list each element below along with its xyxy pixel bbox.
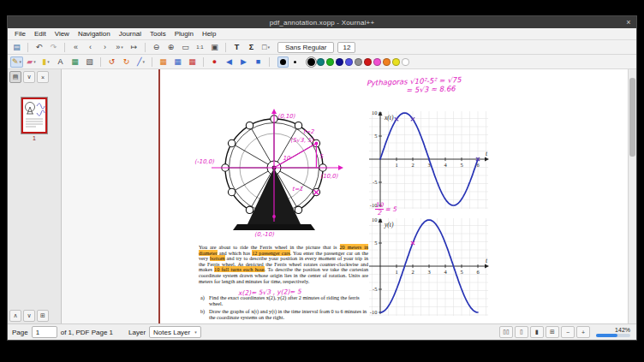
scroll-down-button[interactable]: ∨ [23,310,35,322]
thickness-fine-button[interactable] [289,56,301,68]
color-swatch-000000[interactable] [307,58,315,66]
wheel-label-radius: 10 [283,155,290,162]
scroll-up-button[interactable]: ∧ [9,310,21,322]
save-button[interactable]: ▤ [10,42,23,53]
vertical-scrollbar-thumb[interactable] [629,78,635,157]
svg-text:6: 6 [476,269,480,275]
statusbar-zoom-out-button[interactable]: − [561,326,575,338]
nav-first-page-button[interactable]: « [69,42,82,53]
menu-help[interactable]: Help [198,30,220,38]
image-insert-icon: ▦ [71,58,79,66]
math-tex-button[interactable]: Σ [245,42,258,53]
zoom-slider[interactable] [596,334,630,337]
svg-text:5: 5 [374,240,377,246]
menu-edit[interactable]: Edit [30,30,51,38]
grid-snap-icon: ▦ [159,58,167,66]
svg-text:4: 4 [444,162,447,168]
axis-arrow-right [338,165,343,170]
zoom-100-button[interactable]: 1:1 [194,42,206,53]
duplicate-page-button[interactable]: ⊞ [37,310,49,322]
two-page-view-button[interactable]: ▯▯ [499,326,513,338]
pane-close-button[interactable]: × [37,71,49,83]
pen-tool-button[interactable]: ✎▾ [10,56,23,68]
toolbar-separator [145,43,146,52]
shape-tool-button[interactable]: □▾ [259,42,272,53]
page-number-input[interactable]: 1 [32,326,57,338]
redo-button[interactable]: ↷ [47,42,60,53]
draw-line-button[interactable]: ╱▾ [134,56,147,68]
svg-text:y(t): y(t) [384,221,394,228]
undo-button[interactable]: ↶ [33,42,45,53]
text-insert-icon: A [57,58,63,66]
shape-tool-icon: □ [262,44,266,51]
fullscreen-button[interactable]: ▣ [208,42,221,53]
color-swatch-e8e020[interactable] [392,58,400,66]
zoom-in-button[interactable]: ⊕ [164,42,177,53]
color-swatch-0f7f7f[interactable] [317,58,325,66]
page-thumbnail[interactable] [21,98,47,134]
text-insert-button[interactable]: A [54,56,67,68]
rotation-snap-button[interactable]: ▦ [171,56,184,68]
highlighter-tool-button[interactable]: ▮▾ [39,56,52,68]
image-insert-button[interactable]: ▦ [69,56,81,68]
eraser-tool-button[interactable]: ▰▾ [25,56,38,68]
audio-play-button[interactable]: ▶ [237,56,250,68]
ruler-button[interactable]: ↻ [120,56,133,68]
audio-record-button[interactable]: ● [208,56,221,68]
menu-plugin[interactable]: Plugin [170,30,198,38]
nav-next-page-button[interactable]: › [98,42,111,53]
toolbar-main: ▤↶↷«‹›»▾↦⊖⊕▭1:1▣TΣ□▾ Sans Regular 12 [8,40,636,55]
highlighter-tool-icon: ▮ [42,58,46,66]
two-page-view-icon: ▯▯ [503,329,510,335]
shape-recognizer-button[interactable]: ↺ [105,56,118,68]
grid-snap-button[interactable]: ▦ [157,56,170,68]
drawing-canvas[interactable]: (0,10) (-10,0) (10,0) (0,-10) t=2 (5√3, … [62,69,636,323]
statusbar-zoom-out-icon: − [566,329,569,335]
thickness-medium-button[interactable] [277,56,289,68]
color-swatch-ffffff[interactable] [402,58,409,66]
highlight-position-button[interactable]: ▦ [186,56,199,68]
main-content: ▤∨× 1 ∧∨⊞ [8,69,636,323]
audio-rewind-button[interactable]: ◀ [223,56,236,68]
close-icon[interactable]: × [623,17,634,27]
menu-view[interactable]: View [51,30,74,38]
chevron-down-icon: ▾ [121,45,123,50]
fill-color-indicator[interactable] [416,58,424,66]
preview-pane-tab[interactable]: ▤ [9,71,21,83]
zoom-fit-button[interactable]: ▭ [179,42,192,53]
color-swatch-20b020[interactable] [326,58,334,66]
nav-prev-page-button[interactable]: ‹ [84,42,97,53]
pane-collapse-button[interactable]: ∨ [23,71,35,83]
color-swatch-d01818[interactable] [364,58,372,66]
thumbnail-page-number: 1 [33,135,36,141]
menu-file[interactable]: File [10,30,30,38]
wheel-label-top: (0,10) [277,113,295,120]
audio-stop-button[interactable]: ■ [252,56,265,68]
color-swatch-5050e0[interactable] [345,58,353,66]
font-size-spinner[interactable]: 12 [337,42,355,53]
menu-navigation[interactable]: Navigation [74,30,115,38]
nav-last-page-button[interactable]: »▾ [113,42,126,53]
color-swatch-f08020[interactable] [383,58,391,66]
presentation-mode-button[interactable]: ▮ [530,326,544,338]
layer-select[interactable]: Notes Layer ▾ [149,326,201,338]
zoom-out-button[interactable]: ⊖ [150,42,163,53]
wheel-label-t2-coords: (5√3, 5) [290,137,313,144]
vertical-scrollbar[interactable] [628,69,636,323]
menu-journal[interactable]: Journal [115,30,146,38]
text-tool-button[interactable]: T [230,42,243,53]
single-page-view-button[interactable]: ▯ [515,326,528,338]
statusbar-zoom-in-button[interactable]: + [576,326,590,338]
color-swatch-f050d0[interactable] [373,58,381,66]
layout-button[interactable]: ⊞ [546,326,559,338]
duplicate-page-icon: ⊞ [40,312,45,319]
color-swatch-101090[interactable] [336,58,343,66]
goto-page-icon: ↦ [131,44,138,51]
title-bar[interactable]: pdf_annotation.xopp - Xournal++ × [8,16,636,28]
font-name-button[interactable]: Sans Regular [277,42,334,53]
color-swatch-909090[interactable] [355,58,362,66]
menu-tools[interactable]: Tools [146,30,170,38]
pane-close-icon: × [41,74,45,80]
goto-page-button[interactable]: ↦ [128,42,140,53]
select-rect-button[interactable]: ▧ [83,56,96,68]
